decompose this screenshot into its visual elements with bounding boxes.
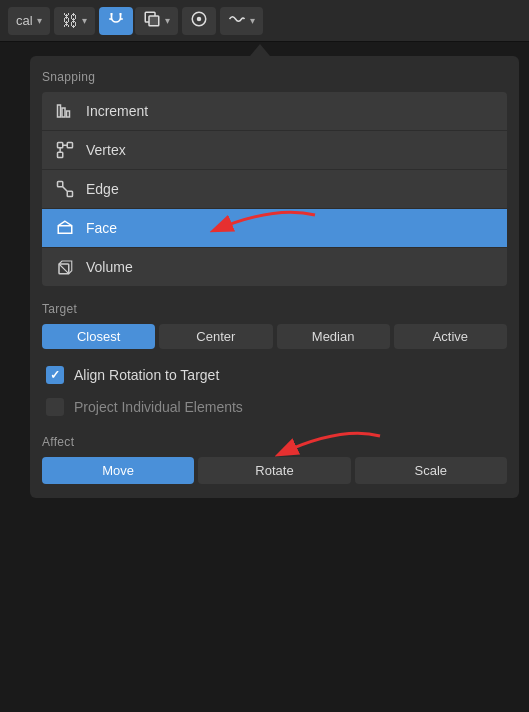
target-btn-active[interactable]: Active [394, 324, 507, 349]
svg-rect-5 [149, 16, 159, 26]
target-buttons: Closest Center Median Active [42, 324, 507, 349]
snap-item-edge[interactable]: Edge [42, 170, 507, 209]
link-icon: ⛓ [62, 12, 78, 30]
toolbar: cal ▾ ⛓ ▾ [0, 0, 529, 42]
toolbar-item-wave[interactable]: ▾ [220, 7, 263, 35]
face-icon [54, 217, 76, 239]
svg-rect-8 [58, 105, 61, 117]
project-individual-checkbox[interactable] [46, 398, 64, 416]
svg-rect-16 [58, 182, 63, 187]
project-individual-label: Project Individual Elements [74, 399, 243, 415]
svg-point-7 [197, 18, 200, 21]
snap-item-increment[interactable]: Increment [42, 92, 507, 131]
circle-dot-icon [190, 10, 208, 31]
target-btn-median[interactable]: Median [277, 324, 390, 349]
snap-item-vertex[interactable]: Vertex [42, 131, 507, 170]
edge-icon [54, 178, 76, 200]
affect-btn-move[interactable]: Move [42, 457, 194, 484]
snap-panel-wrapper: Snapping Increment [30, 44, 519, 692]
chevron-down-icon: ▾ [250, 15, 255, 26]
volume-icon [54, 256, 76, 278]
snap-item-volume[interactable]: Volume [42, 248, 507, 286]
snap-panel: Snapping Increment [30, 56, 519, 498]
affect-buttons: Move Rotate Scale [42, 457, 507, 484]
chevron-down-icon: ▾ [37, 15, 42, 26]
align-rotation-checkbox[interactable]: ✓ [46, 366, 64, 384]
toolbar-item-transform[interactable]: ▾ [135, 7, 178, 35]
affect-btn-rotate[interactable]: Rotate [198, 457, 350, 484]
target-btn-closest[interactable]: Closest [42, 324, 155, 349]
wave-icon [228, 10, 246, 31]
toolbar-snap-group: ▾ [99, 7, 178, 35]
panel-arrow [250, 44, 270, 56]
vertex-icon [54, 139, 76, 161]
chevron-down-icon: ▾ [82, 15, 87, 26]
svg-rect-13 [58, 152, 63, 157]
svg-marker-22 [59, 261, 72, 274]
checkmark-icon: ✓ [50, 368, 60, 382]
toolbar-item-link[interactable]: ⛓ ▾ [54, 7, 95, 35]
target-section-label: Target [42, 302, 507, 316]
affect-btn-scale[interactable]: Scale [355, 457, 507, 484]
project-individual-row[interactable]: Project Individual Elements [42, 391, 507, 423]
svg-rect-17 [67, 191, 72, 196]
svg-line-18 [63, 187, 68, 192]
snap-item-label-increment: Increment [86, 103, 148, 119]
svg-rect-10 [67, 111, 70, 117]
snap-item-face[interactable]: Face [42, 209, 507, 248]
toolbar-item-proportional[interactable] [182, 7, 216, 35]
increment-icon [54, 100, 76, 122]
target-btn-center[interactable]: Center [159, 324, 272, 349]
svg-marker-19 [58, 221, 72, 233]
snap-list: Increment Vertex [42, 92, 507, 286]
toolbar-item-snap[interactable] [99, 7, 133, 35]
toolbar-item-local[interactable]: cal ▾ [8, 7, 50, 35]
svg-rect-9 [62, 108, 65, 117]
toolbar-label-local: cal [16, 13, 33, 28]
svg-rect-11 [58, 143, 63, 148]
cube-icon [143, 10, 161, 31]
chevron-down-icon: ▾ [165, 15, 170, 26]
snap-item-label-vertex: Vertex [86, 142, 126, 158]
snapping-section-label: Snapping [42, 70, 507, 84]
svg-rect-12 [67, 143, 72, 148]
magnet-icon [107, 10, 125, 31]
affect-section-label: Affect [42, 435, 507, 449]
align-rotation-label: Align Rotation to Target [74, 367, 219, 383]
snap-item-label-face: Face [86, 220, 117, 236]
align-rotation-row[interactable]: ✓ Align Rotation to Target [42, 359, 507, 391]
snap-item-label-volume: Volume [86, 259, 133, 275]
snap-item-label-edge: Edge [86, 181, 119, 197]
